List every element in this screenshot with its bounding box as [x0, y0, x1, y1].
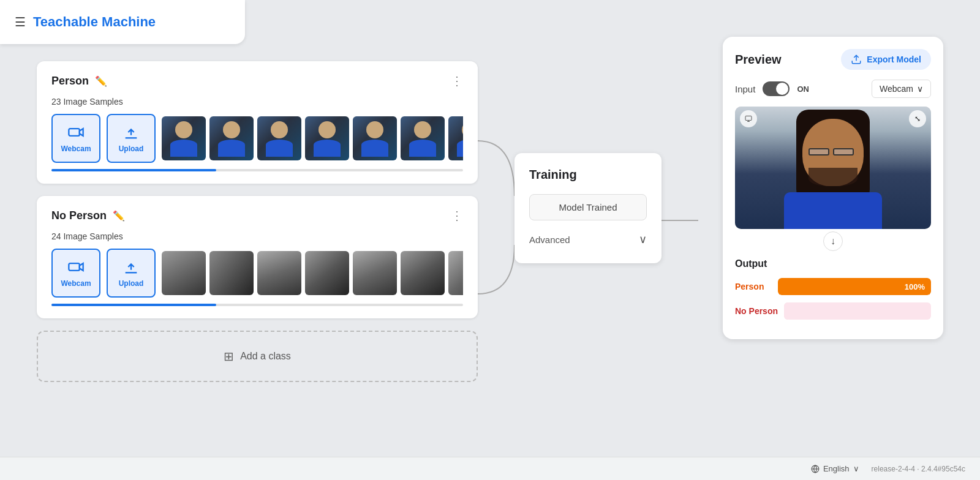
class-noperson-scrollbar[interactable] — [51, 304, 463, 306]
class-noperson-name-row: No Person ✏️ — [51, 209, 125, 222]
input-label: Input — [735, 84, 755, 94]
output-person-bar-container: 100% — [778, 278, 931, 295]
model-trained-button[interactable]: Model Trained — [529, 194, 647, 220]
globe-icon — [811, 465, 820, 473]
output-person-pct: 100% — [905, 282, 925, 291]
thumb-noperson-2 — [209, 251, 254, 295]
thumb-person-2 — [209, 116, 254, 160]
webcam-label-noperson: Webcam — [61, 279, 91, 288]
class-person-header: Person ✏️ ⋮ — [51, 73, 463, 88]
output-section: Output Person 100% No Person — [735, 258, 931, 320]
input-row: Input ON Webcam ∨ — [735, 80, 931, 98]
export-model-button[interactable]: Export Model — [841, 49, 931, 70]
class-person-upload-btn[interactable]: Upload — [107, 114, 156, 163]
webcam-fullscreen-icon[interactable]: ⤡ — [909, 110, 926, 127]
classes-panel: Person ✏️ ⋮ 23 Image Samples Webcam Uplo… — [37, 61, 478, 382]
class-noperson-header: No Person ✏️ ⋮ — [51, 208, 463, 223]
toggle-knob — [776, 83, 788, 95]
thumb-noperson-6 — [401, 251, 445, 295]
thumb-person-5 — [353, 116, 397, 160]
output-noperson-row: No Person — [735, 302, 931, 320]
class-noperson-name: No Person — [51, 209, 107, 222]
preview-panel: Preview Export Model Input ON Webcam ∨ — [723, 37, 943, 339]
svg-marker-1 — [80, 129, 83, 136]
class-person-scrollbar[interactable] — [51, 169, 463, 171]
class-person-card: Person ✏️ ⋮ 23 Image Samples Webcam Uplo… — [37, 61, 478, 184]
glasses — [809, 148, 858, 156]
class-noperson-card: No Person ✏️ ⋮ 24 Image Samples Webcam U… — [37, 196, 478, 318]
language-select[interactable]: English ∨ — [811, 464, 859, 473]
thumb-person-7 — [448, 116, 463, 160]
webcam-icon-right: ⤡ — [909, 110, 926, 127]
face — [802, 119, 864, 186]
down-arrow: ↓ — [823, 231, 843, 251]
svg-rect-0 — [69, 129, 79, 136]
version-text: release-2-4-4 · 2.4.4#95c54c — [872, 465, 965, 473]
add-class-label: Add a class — [240, 351, 291, 362]
output-title: Output — [735, 258, 931, 269]
webcam-select-chevron-icon: ∨ — [917, 84, 923, 94]
thumb-person-3 — [257, 116, 301, 160]
beard — [809, 168, 858, 186]
preview-header: Preview Export Model — [735, 49, 931, 70]
on-label: ON — [797, 84, 809, 94]
webcam-background: ⤡ — [735, 107, 931, 229]
class-person-name-row: Person ✏️ — [51, 75, 107, 88]
webcam-feed: ⤡ — [735, 107, 931, 229]
webcam-label-person: Webcam — [61, 144, 91, 153]
app-title: Teachable Machine — [33, 14, 156, 30]
thumb-noperson-3 — [257, 251, 301, 295]
output-person-bar: 100% — [778, 278, 931, 295]
thumb-noperson-4 — [305, 251, 349, 295]
thumb-person-4 — [305, 116, 349, 160]
language-chevron-icon: ∨ — [853, 464, 859, 473]
class-person-scroll-thumb — [51, 169, 216, 171]
class-person-more-icon[interactable]: ⋮ — [451, 73, 463, 88]
export-icon — [851, 54, 862, 65]
output-person-label: Person — [735, 282, 772, 291]
upload-label-person: Upload — [119, 144, 144, 153]
add-class-card[interactable]: ⊞ Add a class — [37, 331, 478, 382]
thumb-noperson-5 — [353, 251, 397, 295]
svg-rect-2 — [69, 263, 79, 271]
webcam-select-label: Webcam — [880, 84, 913, 94]
header: ☰ Teachable Machine — [0, 0, 245, 44]
webcam-icon-monitor[interactable] — [740, 110, 757, 127]
thumb-person-6 — [401, 116, 445, 160]
class-noperson-upload-btn[interactable]: Upload — [107, 249, 156, 298]
training-title: Training — [529, 168, 647, 182]
webcam-controls — [740, 110, 757, 127]
class-noperson-samples-row: Webcam Upload — [51, 249, 463, 298]
output-noperson-bar-container — [784, 302, 931, 320]
class-noperson-more-icon[interactable]: ⋮ — [451, 208, 463, 223]
class-noperson-scroll-thumb — [51, 304, 216, 306]
input-toggle[interactable] — [763, 81, 790, 96]
class-noperson-edit-icon[interactable]: ✏️ — [113, 210, 125, 222]
training-panel: Training Model Trained Advanced ∨ — [514, 153, 662, 263]
advanced-row[interactable]: Advanced ∨ — [529, 230, 647, 249]
menu-icon[interactable]: ☰ — [15, 15, 26, 29]
advanced-chevron-icon: ∨ — [639, 233, 647, 246]
class-person-webcam-btn[interactable]: Webcam — [51, 114, 100, 163]
class-person-sample-count: 23 Image Samples — [51, 97, 463, 107]
class-noperson-webcam-btn[interactable]: Webcam — [51, 249, 100, 298]
class-person-name: Person — [51, 75, 89, 88]
thumb-noperson-1 — [162, 251, 206, 295]
footer: English ∨ release-2-4-4 · 2.4.4#95c54c — [0, 457, 980, 480]
output-noperson-label: No Person — [735, 306, 778, 316]
class-noperson-thumbnails — [162, 251, 463, 295]
add-class-icon: ⊞ — [224, 349, 234, 364]
class-person-edit-icon[interactable]: ✏️ — [95, 75, 107, 87]
language-label: English — [823, 464, 850, 473]
upload-label-noperson: Upload — [119, 279, 144, 288]
export-model-label: Export Model — [867, 54, 921, 64]
class-person-samples-row: Webcam Upload — [51, 114, 463, 163]
webcam-select[interactable]: Webcam ∨ — [872, 80, 931, 98]
advanced-label: Advanced — [529, 234, 570, 245]
class-person-thumbnails — [162, 116, 463, 160]
thumb-noperson-7 — [448, 251, 463, 295]
shirt — [784, 192, 882, 229]
svg-marker-3 — [80, 263, 83, 271]
class-noperson-sample-count: 24 Image Samples — [51, 231, 463, 241]
preview-title: Preview — [735, 53, 782, 67]
